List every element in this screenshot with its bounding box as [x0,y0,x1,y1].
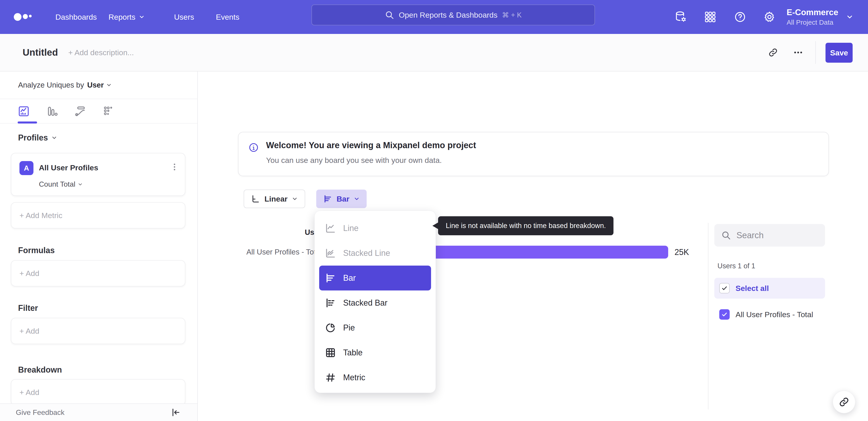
dropdown-item-pie[interactable]: Pie [319,315,431,340]
chart-type-dropdown: Line Stacked Line Bar [314,210,436,393]
active-tab-underline [18,121,37,123]
chevron-down-icon [51,135,57,141]
project-name: E-Commerce [786,8,838,17]
dropdown-item-stacked-line-label: Stacked Line [343,248,390,258]
settings-gear-icon[interactable] [763,0,776,34]
series-search-placeholder: Search [737,230,764,240]
copy-link-icon[interactable] [768,34,778,71]
search-placeholder: Open Reports & Dashboards [399,11,498,20]
formulas-heading-label: Formulas [18,246,55,255]
tab-flows[interactable] [69,99,92,123]
report-title[interactable]: Untitled [23,34,58,71]
dropdown-item-pie-label: Pie [343,323,355,333]
panel-divider [708,223,708,410]
metric-options-icon[interactable] [170,162,179,171]
report-title-bar: Untitled + Add description... Save [0,34,868,72]
chart-row-label: All User Profiles - Total [246,246,322,258]
chevron-down-icon [106,82,112,88]
nav-reports[interactable]: Reports [108,0,145,34]
dropdown-item-metric-label: Metric [343,373,365,382]
chart-bar-value: 25K [675,246,689,259]
metric-card[interactable]: A All User Profiles Count Total [11,153,185,196]
pie-chart-icon [324,322,336,334]
select-all-label: Select all [736,284,769,293]
series-row[interactable]: All User Profiles - Total [714,304,825,325]
chevron-down-icon [353,196,360,202]
chevron-down-icon [138,14,145,20]
dropdown-item-metric[interactable]: Metric [319,365,431,390]
search-shortcut: ⌘ + K [502,11,522,19]
titlebar-divider [815,41,816,64]
analyze-row: Analyze Uniques by User [0,72,197,99]
chart-type-label: Bar [337,195,349,203]
share-link-button[interactable] [833,391,855,413]
dropdown-item-table[interactable]: Table [319,340,431,365]
banner-subtitle: You can use any board you see with your … [266,156,442,165]
collapse-sidebar-icon[interactable] [170,408,181,417]
select-all-row[interactable]: Select all [714,278,825,299]
search-icon [385,10,394,20]
tab-retention[interactable] [97,99,120,123]
project-chevron-down-icon[interactable] [846,0,854,34]
sidebar-footer: Give Feedback [0,403,197,421]
analyze-label: Analyze Uniques by [18,81,84,89]
metric-name[interactable]: All User Profiles [39,163,98,172]
breakdown-heading-label: Breakdown [18,365,62,375]
give-feedback-link[interactable]: Give Feedback [16,408,64,417]
nav-events-label: Events [216,13,239,22]
metric-badge: A [20,161,33,175]
dropdown-item-line[interactable]: Line [319,216,431,241]
save-button[interactable]: Save [826,43,852,63]
top-nav: Dashboards Reports Users Events Open Rep… [0,0,868,34]
line-disabled-tooltip: Line is not available with no time based… [438,216,614,235]
series-search-input[interactable]: Search [714,224,825,247]
bar-chart-icon [323,194,333,204]
help-icon[interactable] [734,0,746,34]
project-switcher[interactable]: E-Commerce All Project Data [786,0,838,34]
more-options-icon[interactable] [793,34,803,71]
global-search-input[interactable]: Open Reports & Dashboards ⌘ + K [311,4,595,25]
mixpanel-logo-icon[interactable] [13,0,35,34]
nav-dashboards-label: Dashboards [55,13,97,22]
nav-reports-label: Reports [108,13,135,22]
tab-funnels[interactable] [41,99,63,123]
filter-heading-label: Filter [18,303,38,313]
search-icon [721,230,731,240]
line-chart-icon [324,222,336,234]
dropdown-item-stacked-bar-label: Stacked Bar [343,298,388,308]
bar-chart-icon [324,272,336,284]
dropdown-item-line-label: Line [343,224,359,233]
link-icon [839,397,849,408]
report-type-tabs [0,99,197,123]
profiles-heading-label: Profiles [18,133,48,142]
apps-grid-icon[interactable] [704,0,716,34]
series-checkbox[interactable] [719,309,730,320]
nav-dashboards[interactable]: Dashboards [55,0,97,34]
data-management-icon[interactable] [675,0,687,34]
dropdown-item-stacked-bar[interactable]: Stacked Bar [319,290,431,315]
chart-type-button[interactable]: Bar [316,190,367,208]
series-label: All User Profiles - Total [736,310,813,319]
stacked-bar-chart-icon [324,297,336,309]
add-breakdown-button[interactable]: + Add [11,379,185,405]
add-filter-button[interactable]: + Add [11,318,185,344]
dropdown-item-bar[interactable]: Bar [319,265,431,290]
metric-aggregation-select[interactable]: Count Total [39,180,83,189]
add-description-field[interactable]: + Add description... [68,34,134,71]
nav-events[interactable]: Events [216,0,239,34]
dropdown-item-stacked-line[interactable]: Stacked Line [319,241,431,265]
formulas-heading: Formulas [18,246,55,255]
tab-insights[interactable] [12,99,35,123]
analyze-entity-value: User [87,81,104,89]
select-all-checkbox[interactable] [719,283,730,293]
metric-hash-icon [324,372,336,384]
nav-users[interactable]: Users [174,0,194,34]
add-metric-button[interactable]: + Add Metric [11,202,185,228]
filter-heading: Filter [18,303,38,313]
profiles-heading[interactable]: Profiles [18,133,57,142]
analyze-entity-select[interactable]: User [87,81,112,89]
add-formula-button[interactable]: + Add [11,260,185,286]
banner-title: Welcome! You are viewing a Mixpanel demo… [266,140,476,150]
series-count: Users 1 of 1 [717,262,755,270]
scale-select-button[interactable]: Linear [244,190,305,208]
